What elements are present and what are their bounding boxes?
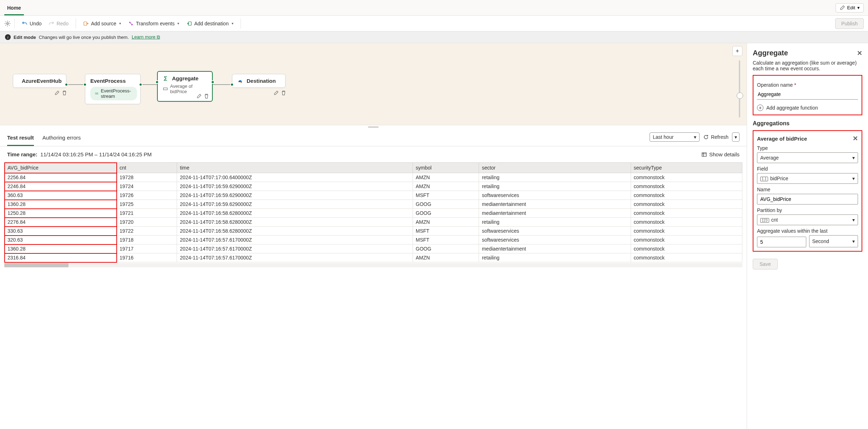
chevron-down-icon: ▾	[694, 134, 696, 140]
column-header[interactable]: time	[177, 163, 413, 173]
svg-point-2	[129, 22, 131, 23]
tab-home[interactable]: Home	[4, 1, 24, 15]
column-header[interactable]: AVG_bidPrice	[5, 163, 117, 173]
column-header[interactable]: sector	[479, 163, 631, 173]
aggregations-heading: Aggregations	[753, 120, 862, 127]
operation-name-section: Operation name * + Add aggregate functio…	[753, 75, 862, 115]
window-value-input[interactable]	[757, 237, 806, 247]
canvas-zoom-slider[interactable]	[739, 60, 740, 117]
table-row: 2256.84197282024-11-14T07:17:00.6400000Z…	[5, 173, 742, 182]
remove-aggregation-icon[interactable]: ✕	[853, 135, 858, 142]
column-header[interactable]: symbol	[413, 163, 479, 173]
edit-dropdown[interactable]: Edit ▾	[836, 3, 864, 12]
transform-icon	[128, 21, 134, 26]
chevron-down-icon: ▾	[852, 176, 855, 181]
chevron-down-icon: ▾	[852, 217, 855, 223]
show-details-button[interactable]: Show details	[701, 151, 740, 157]
results-table: AVG_bidPricecnttimesymbolsectorsecurityT…	[4, 162, 742, 262]
table-row: 360.63197262024-11-14T07:16:59.6290000ZM…	[5, 191, 742, 200]
plus-icon: +	[757, 105, 763, 111]
table-row: 2246.84197242024-11-14T07:16:59.6290000Z…	[5, 182, 742, 191]
time-range-value: 11/14/24 03:16:25 PM – 11/14/24 04:16:25…	[40, 151, 152, 157]
svg-rect-4	[188, 22, 191, 25]
svg-point-3	[131, 24, 133, 25]
chevron-down-icon: ▾	[119, 21, 121, 25]
destination-icon	[237, 78, 243, 84]
node-aggregate[interactable]: Aggregate Average of bidPrice	[157, 71, 213, 102]
add-source-button[interactable]: Add source ▾	[80, 19, 125, 29]
chevron-down-icon: ▾	[852, 155, 855, 161]
chevron-down-icon: ▾	[232, 21, 233, 25]
field-icon	[163, 86, 168, 92]
publish-button: Publish	[835, 18, 864, 29]
undo-icon	[22, 21, 27, 26]
table-row: 1360.28197252024-11-14T07:16:59.6290000Z…	[5, 200, 742, 209]
chevron-down-icon: ▾	[857, 5, 860, 10]
info-icon: i	[5, 34, 11, 40]
edit-icon[interactable]	[273, 90, 279, 96]
field-select[interactable]: 1.1bidPrice ▾	[757, 173, 858, 184]
add-source-icon	[83, 21, 89, 26]
svg-point-0	[7, 22, 9, 24]
partition-select[interactable]: 123cnt ▾	[757, 214, 858, 225]
node-source[interactable]: AzureEventHub	[13, 74, 66, 88]
settings-icon[interactable]	[4, 20, 11, 27]
delete-icon[interactable]	[62, 90, 67, 96]
table-row: 2276.84197202024-11-14T07:16:58.6280000Z…	[5, 218, 742, 227]
redo-button: Redo	[45, 19, 72, 29]
canvas-add-button[interactable]: +	[732, 46, 742, 56]
edit-icon[interactable]	[54, 90, 60, 96]
edit-mode-banner: i Edit mode Changes will go live once yo…	[0, 31, 868, 43]
tab-authoring-errors[interactable]: Authoring errors	[42, 131, 81, 146]
aggregation-name-input[interactable]	[757, 194, 858, 205]
add-aggregate-function[interactable]: + Add aggregate function	[757, 105, 858, 111]
table-row: 320.63197182024-11-14T07:16:57.6170000ZM…	[5, 236, 742, 244]
pencil-icon	[839, 5, 845, 11]
learn-more-link[interactable]: Learn more ⧉	[132, 34, 160, 40]
table-row: 1250.28197212024-11-14T07:16:58.6280000Z…	[5, 209, 742, 218]
close-icon[interactable]: ✕	[857, 49, 862, 57]
refresh-button[interactable]: Refresh	[703, 134, 728, 140]
aggregation-card: Average of bidPrice ✕ Type Average ▾ Fie…	[753, 130, 862, 252]
edit-icon[interactable]	[196, 94, 202, 99]
pipeline-canvas[interactable]: + AzureEventHub EventProcess	[0, 43, 747, 125]
transform-events-button[interactable]: Transform events ▾	[125, 19, 183, 29]
column-header[interactable]: securityType	[631, 163, 742, 173]
undo-button[interactable]: Undo	[18, 19, 45, 29]
chevron-down-icon: ▾	[177, 21, 179, 25]
tab-test-result[interactable]: Test result	[7, 131, 34, 146]
svg-rect-13	[163, 88, 167, 90]
svg-rect-15	[702, 153, 706, 156]
add-destination-icon	[186, 21, 192, 26]
split-handle[interactable]	[0, 125, 747, 129]
redo-icon	[49, 21, 54, 26]
details-icon	[701, 152, 707, 157]
refresh-options[interactable]: ▾	[732, 132, 740, 142]
delete-icon[interactable]	[281, 90, 286, 96]
node-eventprocess[interactable]: EventProcess EventProcess-stream	[85, 74, 141, 104]
column-header[interactable]: cnt	[117, 163, 177, 173]
delete-icon[interactable]	[204, 94, 209, 99]
stream-icon	[95, 91, 99, 96]
table-row: 330.63197222024-11-14T07:16:58.6280000ZM…	[5, 227, 742, 236]
type-select[interactable]: Average ▾	[757, 152, 858, 163]
save-button: Save	[753, 259, 778, 269]
node-destination[interactable]: Destination	[232, 74, 286, 88]
svg-rect-1	[84, 22, 87, 25]
add-destination-button[interactable]: Add destination ▾	[183, 19, 237, 29]
chevron-down-icon: ▾	[852, 238, 855, 244]
svg-point-14	[241, 81, 242, 82]
time-filter-select[interactable]: Last hour ▾	[650, 132, 700, 142]
table-row: 1360.28197172024-11-14T07:16:57.6170000Z…	[5, 244, 742, 253]
table-row: 2316.84197162024-11-14T07:16:57.6170000Z…	[5, 253, 742, 262]
operation-name-input[interactable]	[757, 89, 858, 100]
refresh-icon	[703, 134, 709, 140]
aggregate-config-panel: Aggregate ✕ Calculate an aggregation (li…	[747, 43, 868, 429]
time-range-label: Time range:	[7, 151, 37, 157]
window-unit-select[interactable]: Second ▾	[809, 235, 858, 247]
horizontal-scrollbar[interactable]	[4, 263, 742, 267]
sigma-icon	[163, 76, 168, 81]
external-link-icon: ⧉	[157, 34, 160, 40]
